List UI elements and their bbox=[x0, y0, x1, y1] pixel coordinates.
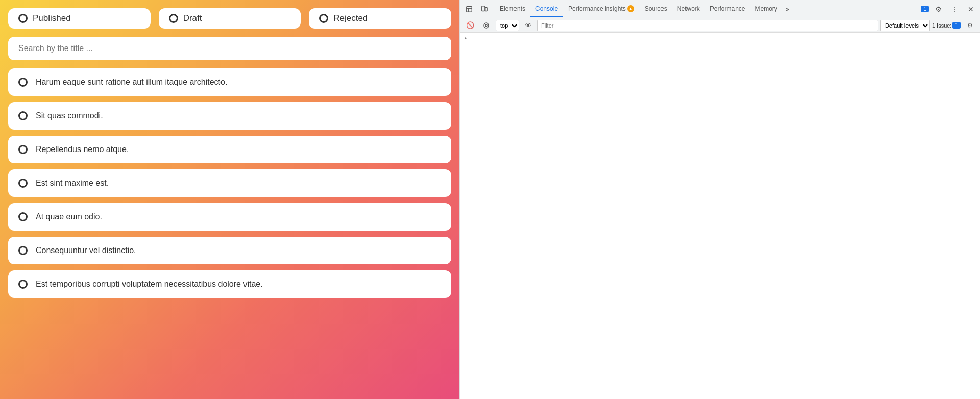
issues-badge: 1 Issue: 1 bbox=[932, 22, 961, 29]
settings-button[interactable]: ⚙ bbox=[931, 2, 945, 16]
item-text: Repellendus nemo atque. bbox=[36, 145, 129, 154]
list-item[interactable]: Est sint maxime est. bbox=[8, 169, 451, 197]
warning-icon: ▲ bbox=[627, 5, 634, 12]
tab-sources[interactable]: Sources bbox=[640, 2, 672, 17]
console-filter-input[interactable] bbox=[537, 20, 878, 31]
devtools-topbar: Elements Console Performance insights ▲ … bbox=[460, 0, 980, 18]
draft-label: Draft bbox=[183, 13, 202, 23]
list-item[interactable]: At quae eum odio. bbox=[8, 203, 451, 231]
list-item[interactable]: Sit quas commodi. bbox=[8, 102, 451, 130]
filter-row: Published Draft Rejected bbox=[8, 8, 451, 29]
issues-label: 1 Issue: bbox=[932, 22, 952, 29]
devtools-topbar-right: 1 ⚙ ⋮ ✕ bbox=[921, 2, 978, 16]
tab-console[interactable]: Console bbox=[530, 2, 563, 17]
devtools-tabs: Elements Console Performance insights ▲ … bbox=[493, 0, 920, 18]
item-status-dot bbox=[18, 111, 28, 120]
issues-badge: 1 bbox=[921, 6, 929, 12]
item-status-dot bbox=[18, 179, 28, 188]
devtools-toolbar: 🚫 top 👁 Default levels 1 Issue: 1 ⚙ bbox=[460, 18, 980, 33]
search-input[interactable] bbox=[8, 37, 451, 60]
chevron-right-icon: › bbox=[464, 35, 468, 41]
items-list: Harum eaque sunt ratione aut illum itaqu… bbox=[8, 68, 451, 304]
filter-published[interactable]: Published bbox=[8, 8, 151, 29]
tab-network[interactable]: Network bbox=[672, 2, 705, 17]
eye-button[interactable]: 👁 bbox=[521, 18, 535, 33]
tab-elements[interactable]: Elements bbox=[495, 2, 530, 17]
tab-performance[interactable]: Performance bbox=[705, 2, 750, 17]
item-text: At quae eum odio. bbox=[36, 212, 102, 221]
item-text: Est temporibus corrupti voluptatem neces… bbox=[36, 280, 263, 289]
item-status-dot bbox=[18, 246, 28, 255]
app-panel: Published Draft Rejected Harum eaque sun… bbox=[0, 0, 459, 399]
rejected-dot bbox=[319, 14, 328, 23]
list-item[interactable]: Repellendus nemo atque. bbox=[8, 136, 451, 163]
item-text: Sit quas commodi. bbox=[36, 111, 103, 120]
devtools-content: › bbox=[460, 33, 980, 399]
console-settings-button[interactable]: ⚙ bbox=[963, 18, 977, 33]
svg-rect-0 bbox=[467, 6, 472, 12]
rejected-label: Rejected bbox=[333, 13, 368, 23]
list-item[interactable]: Harum eaque sunt ratione aut illum itaqu… bbox=[8, 68, 451, 96]
device-toolbar-button[interactable] bbox=[477, 2, 492, 16]
draft-dot bbox=[169, 14, 178, 23]
published-dot bbox=[18, 14, 28, 23]
tab-more-button[interactable]: » bbox=[782, 2, 792, 17]
item-status-dot bbox=[18, 78, 28, 87]
item-status-dot bbox=[18, 145, 28, 154]
clear-console-button[interactable]: 🚫 bbox=[463, 18, 477, 33]
filter-draft[interactable]: Draft bbox=[159, 8, 301, 29]
list-item[interactable]: Est temporibus corrupti voluptatem neces… bbox=[8, 270, 451, 298]
item-status-dot bbox=[18, 212, 28, 221]
svg-point-6 bbox=[485, 24, 487, 27]
filter-rejected[interactable]: Rejected bbox=[309, 8, 451, 29]
filter-toggle-button[interactable] bbox=[479, 18, 494, 33]
devtools-panel: Elements Console Performance insights ▲ … bbox=[459, 0, 980, 399]
console-prompt: › bbox=[464, 35, 976, 41]
close-devtools-button[interactable]: ✕ bbox=[964, 2, 978, 16]
published-label: Published bbox=[33, 13, 71, 23]
tab-memory[interactable]: Memory bbox=[750, 2, 782, 17]
context-selector[interactable]: top bbox=[496, 20, 519, 31]
log-levels-select[interactable]: Default levels bbox=[880, 20, 930, 31]
item-text: Est sint maxime est. bbox=[36, 179, 109, 188]
issues-count: 1 bbox=[952, 22, 961, 29]
item-text: Harum eaque sunt ratione aut illum itaqu… bbox=[36, 78, 227, 87]
tab-performance-insights[interactable]: Performance insights ▲ bbox=[563, 2, 640, 17]
item-status-dot bbox=[18, 280, 28, 289]
svg-point-5 bbox=[484, 23, 489, 28]
svg-rect-3 bbox=[482, 6, 485, 11]
more-options-button[interactable]: ⋮ bbox=[947, 2, 962, 16]
item-text: Consequuntur vel distinctio. bbox=[36, 246, 136, 255]
list-item[interactable]: Consequuntur vel distinctio. bbox=[8, 237, 451, 264]
inspect-element-button[interactable] bbox=[462, 2, 476, 16]
svg-rect-4 bbox=[485, 7, 487, 11]
